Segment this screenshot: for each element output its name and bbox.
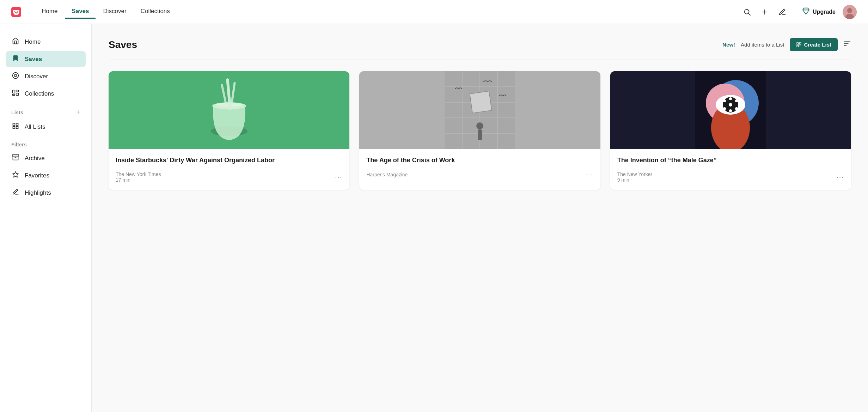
- topnav-right: Upgrade: [742, 5, 857, 19]
- sidebar-home-label: Home: [25, 38, 41, 46]
- svg-point-6: [847, 8, 852, 13]
- main-content: Saves New! Add items to a List Create Li…: [92, 24, 868, 412]
- svg-rect-16: [13, 127, 15, 129]
- card-2-menu-button[interactable]: ···: [586, 171, 593, 178]
- page-title: Saves: [109, 39, 137, 50]
- svg-rect-14: [13, 123, 15, 126]
- svg-rect-22: [800, 43, 801, 44]
- sidebar-archive-label: Archive: [25, 155, 45, 162]
- svg-rect-10: [13, 90, 15, 93]
- card-3-title: The Invention of “the Male Gaze”: [617, 156, 844, 164]
- nav-home[interactable]: Home: [35, 5, 64, 19]
- card-2-image: [359, 71, 600, 149]
- edit-button[interactable]: [777, 7, 788, 17]
- new-badge: New!: [722, 42, 735, 48]
- nav-links: Home Saves Discover Collections: [35, 5, 176, 19]
- card-3-image: [610, 71, 851, 149]
- card-2[interactable]: The Age of the Crisis of Work Harper's M…: [359, 71, 600, 190]
- nav-saves[interactable]: Saves: [65, 5, 95, 19]
- svg-point-9: [14, 74, 17, 77]
- svg-line-2: [748, 13, 750, 15]
- sidebar-item-home[interactable]: Home: [6, 34, 86, 50]
- add-list-button[interactable]: +: [76, 109, 80, 116]
- svg-rect-17: [16, 127, 18, 129]
- card-1-image: [109, 71, 349, 149]
- main-header: Saves New! Add items to a List Create Li…: [109, 38, 851, 51]
- card-1-title: Inside Starbucks' Dirty War Against Orga…: [116, 156, 342, 164]
- discover-icon: [11, 72, 20, 81]
- card-1-footer: The New York Times 17 min ···: [116, 171, 342, 183]
- sidebar-lists-section: Lists +: [6, 103, 86, 117]
- card-1[interactable]: Inside Starbucks' Dirty War Against Orga…: [109, 71, 349, 190]
- svg-point-8: [13, 73, 19, 79]
- svg-rect-12: [16, 93, 19, 96]
- card-3-footer: The New Yorker 9 min ···: [617, 171, 844, 183]
- card-1-meta: The New York Times 17 min: [116, 171, 161, 183]
- svg-rect-18: [12, 155, 19, 156]
- add-list-text: Add items to a List: [741, 42, 784, 48]
- svg-point-54: [729, 109, 732, 112]
- svg-rect-11: [16, 90, 19, 92]
- topnav-divider: [795, 6, 795, 18]
- svg-point-52: [729, 103, 732, 107]
- collections-icon: [11, 89, 20, 98]
- topnav: Home Saves Discover Collections: [0, 0, 868, 24]
- card-3-menu-button[interactable]: ···: [837, 174, 844, 180]
- sidebar-item-discover[interactable]: Discover: [6, 68, 86, 84]
- archive-icon: [11, 154, 20, 163]
- sidebar-favorites-label: Favorites: [25, 172, 49, 179]
- upgrade-button[interactable]: Upgrade: [802, 7, 836, 17]
- card-2-body: The Age of the Crisis of Work Harper's M…: [359, 149, 600, 185]
- svg-point-55: [723, 99, 726, 102]
- svg-rect-23: [797, 45, 799, 47]
- sidebar: Home Saves Discover: [0, 24, 92, 412]
- upgrade-label: Upgrade: [813, 9, 836, 15]
- sort-button[interactable]: [843, 40, 851, 50]
- svg-rect-43: [470, 91, 491, 113]
- svg-rect-34: [220, 84, 227, 105]
- card-1-body: Inside Starbucks' Dirty War Against Orga…: [109, 149, 349, 190]
- main-header-right: New! Add items to a List Create List: [722, 38, 851, 51]
- nav-discover[interactable]: Discover: [97, 5, 133, 19]
- saves-icon: [11, 55, 20, 63]
- sidebar-saves-label: Saves: [25, 56, 42, 63]
- sidebar-item-all-lists[interactable]: All Lists: [6, 119, 86, 135]
- sidebar-discover-label: Discover: [25, 73, 48, 80]
- highlights-icon: [11, 188, 20, 197]
- all-lists-icon: [11, 122, 20, 131]
- svg-rect-45: [478, 129, 482, 140]
- sidebar-collections-label: Collections: [25, 90, 54, 97]
- main-divider: [109, 60, 851, 60]
- card-3-meta: The New Yorker 9 min: [617, 171, 653, 183]
- layout: Home Saves Discover: [0, 24, 868, 412]
- sidebar-item-highlights[interactable]: Highlights: [6, 185, 86, 201]
- svg-rect-13: [13, 94, 15, 95]
- home-icon: [11, 37, 20, 46]
- svg-marker-20: [13, 172, 19, 177]
- add-button[interactable]: [759, 7, 770, 17]
- svg-rect-15: [16, 123, 18, 126]
- sidebar-filters-section: Filters: [6, 136, 86, 149]
- svg-rect-21: [797, 43, 799, 44]
- svg-point-57: [723, 107, 726, 110]
- svg-point-56: [735, 99, 738, 102]
- svg-point-53: [729, 97, 732, 100]
- card-2-footer: Harper's Magazine ···: [366, 171, 593, 178]
- card-3[interactable]: The Invention of “the Male Gaze” The New…: [610, 71, 851, 190]
- sidebar-item-archive[interactable]: Archive: [6, 150, 86, 166]
- card-1-menu-button[interactable]: ···: [335, 174, 342, 180]
- topnav-left: Home Saves Discover Collections: [11, 5, 176, 19]
- sidebar-item-saves[interactable]: Saves: [6, 51, 86, 67]
- sidebar-all-lists-label: All Lists: [25, 123, 45, 131]
- search-button[interactable]: [742, 7, 752, 17]
- svg-point-44: [476, 122, 483, 129]
- sidebar-highlights-label: Highlights: [25, 189, 51, 196]
- nav-collections[interactable]: Collections: [134, 5, 176, 19]
- sidebar-item-favorites[interactable]: Favorites: [6, 168, 86, 183]
- logo[interactable]: [11, 7, 21, 17]
- sidebar-item-collections[interactable]: Collections: [6, 86, 86, 102]
- card-2-title: The Age of the Crisis of Work: [366, 156, 593, 164]
- avatar[interactable]: [843, 5, 857, 19]
- create-list-button[interactable]: Create List: [790, 38, 838, 51]
- svg-point-58: [735, 107, 738, 110]
